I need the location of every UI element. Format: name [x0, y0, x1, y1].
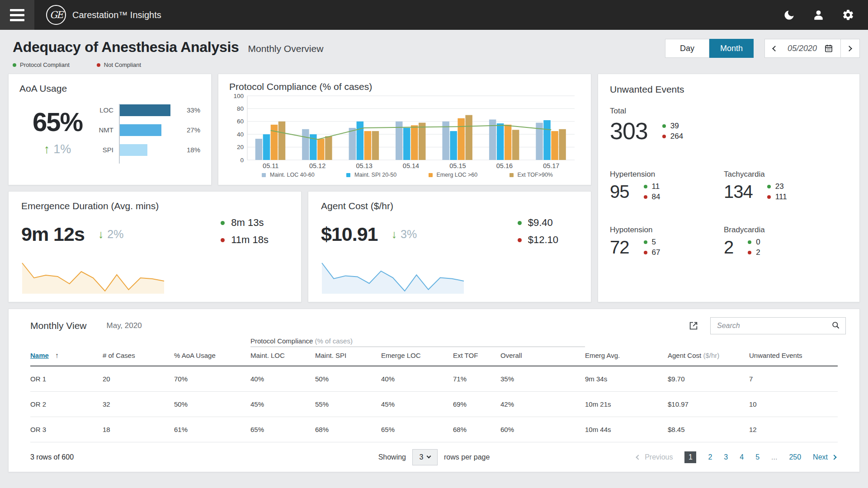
- column-header-overall[interactable]: Overall: [500, 347, 585, 366]
- search-icon[interactable]: [831, 321, 840, 331]
- emergence-value: 9m 12s: [21, 223, 85, 245]
- protocol-legend: Maint. LOC 40-60Maint. SPI 20-50Emerg LO…: [262, 172, 553, 178]
- agent-cost-value: $10.91: [321, 223, 378, 245]
- calendar-icon[interactable]: [824, 44, 840, 53]
- chart-legend-label: Maint. LOC 40-60: [270, 172, 315, 178]
- table-cell: 65%: [381, 417, 453, 442]
- chart-legend-label: Maint. SPI 20-50: [354, 172, 396, 178]
- unwanted-events-title: Unwanted Events: [610, 84, 848, 95]
- column-header-maint-spi[interactable]: Maint. SPI: [315, 347, 381, 366]
- compliant-dot-icon: [662, 124, 666, 128]
- column-header--of-cases[interactable]: # of Cases: [103, 347, 174, 366]
- next-page-button[interactable]: Next: [813, 453, 838, 461]
- metric-breakdown: 264: [662, 132, 683, 141]
- compliant-dot-icon: [518, 221, 522, 225]
- unwanted-metric: Total30339264: [610, 107, 848, 145]
- aoa-bar: [120, 104, 175, 116]
- column-header-maint-loc[interactable]: Maint. LOC: [250, 347, 315, 366]
- user-profile-icon[interactable]: [812, 9, 825, 21]
- table-row: OR 31861%65%68%65%68%60%10m 44s$8.4512: [30, 417, 838, 442]
- column-header-emerg-avg-[interactable]: Emerg Avg.: [585, 347, 668, 366]
- pagination-page-4[interactable]: 4: [740, 453, 744, 461]
- chart-legend-label: Ext TOF>90%: [518, 172, 553, 178]
- delta-up-arrow-icon: ↑: [44, 142, 50, 156]
- dashboard: AoA Usage 65% ↑1% LOCNMTSPI 33%27%18%: [0, 74, 868, 302]
- metric-value: 134: [724, 182, 753, 202]
- table-cell: 10: [749, 391, 838, 417]
- aoa-bar: [120, 124, 175, 136]
- chevron-down-icon: [427, 454, 431, 459]
- metric-breakdown: 111: [767, 192, 787, 202]
- breakdown-value: 5: [652, 238, 656, 247]
- protocol-compliance-card: Protocol Compliance (% of cases) 0204060…: [218, 74, 591, 185]
- aoa-bar-label: LOC: [95, 104, 119, 116]
- monthly-view-subtitle: May, 2020: [107, 321, 142, 330]
- chart-legend-label: Emerg LOC >60: [437, 172, 478, 178]
- table-cell: 50%: [315, 366, 381, 392]
- non-compliant-dot-icon: [767, 195, 771, 199]
- column-header-emerge-loc[interactable]: Emerge LOC: [381, 347, 453, 366]
- pagination-page-3[interactable]: 3: [724, 453, 728, 461]
- aoa-bar-chart: LOCNMTSPI 33%27%18%: [95, 99, 200, 164]
- column-header-unwanted-events[interactable]: Unwanted Events: [749, 347, 838, 366]
- pagination-page-1[interactable]: 1: [684, 451, 696, 463]
- toggle-month-button[interactable]: Month: [709, 39, 754, 58]
- aoa-labels-col: LOCNMTSPI: [95, 104, 119, 164]
- metric-label: Hypertension: [610, 170, 724, 179]
- column-header-agent-cost[interactable]: Agent Cost ($/hr): [668, 347, 749, 366]
- non-compliant-dot-icon: [748, 251, 751, 254]
- settings-gear-icon[interactable]: [842, 9, 854, 21]
- delta-down-arrow-icon: ↓: [392, 228, 397, 240]
- row-name: OR 1: [30, 366, 103, 392]
- breakdown-value: 67: [652, 248, 660, 257]
- protocol-compliance-group-header: Protocol Compliance (% of cases): [250, 337, 585, 347]
- svg-text:05.15: 05.15: [449, 162, 466, 169]
- metric-breakdown: 23: [767, 182, 787, 191]
- hamburger-menu-icon[interactable]: [0, 0, 34, 30]
- dark-mode-moon-icon[interactable]: [783, 9, 795, 21]
- search-input[interactable]: [716, 321, 831, 330]
- agent-cost-card-title: Agent Cost ($/hr): [321, 201, 578, 211]
- pagination-page-250[interactable]: 250: [789, 453, 801, 461]
- pagination-page-5[interactable]: 5: [755, 453, 760, 461]
- monthly-view-card: Monthly View May, 2020 Protocol Complian…: [8, 309, 860, 472]
- unwanted-metric: Tachycardia13423111: [724, 170, 848, 203]
- row-name: OR 2: [30, 391, 103, 417]
- metric-value: 95: [610, 182, 629, 202]
- chart-legend-item: Ext TOF>90%: [509, 172, 553, 178]
- export-icon[interactable]: [689, 321, 698, 331]
- legend-swatch-icon: [346, 173, 350, 177]
- metric-breakdown: 11: [644, 182, 660, 191]
- delta-down-arrow-icon: ↓: [98, 228, 104, 240]
- column-header-ext-tof[interactable]: Ext TOF: [453, 347, 500, 366]
- agent-cost-delta: ↓3%: [392, 228, 417, 241]
- metric-label: Total: [610, 107, 848, 116]
- metric-breakdown: 39: [662, 122, 683, 131]
- aoa-bar-value: 18%: [187, 144, 200, 156]
- date-value[interactable]: 05/2020: [784, 44, 824, 53]
- page-header: Adequacy of Anesthesia Analysis Monthly …: [0, 30, 868, 58]
- emergence-delta: ↓2%: [98, 228, 124, 241]
- previous-month-chevron-icon[interactable]: [765, 39, 784, 57]
- non-compliant-dot-icon: [662, 135, 666, 138]
- breakdown-value: 11: [652, 182, 660, 191]
- protocol-chart-svg: 02040608010005.1105.1205.1305.1405.1505.…: [229, 93, 580, 171]
- toggle-day-button[interactable]: Day: [665, 39, 709, 58]
- next-month-chevron-icon[interactable]: [840, 39, 859, 57]
- aoa-bar-label: SPI: [95, 144, 119, 156]
- emergence-duration-card: Emergence Duration (Avg. mins) 9m 12s ↓2…: [8, 191, 302, 302]
- aoa-delta: ↑1%: [19, 142, 95, 156]
- legend-item: Protocol Compliant: [13, 61, 70, 68]
- rows-per-page-select[interactable]: 3: [412, 449, 438, 465]
- pagination-page-2[interactable]: 2: [708, 453, 712, 461]
- previous-page-button[interactable]: Previous: [635, 453, 673, 461]
- breakdown-value: 111: [775, 192, 787, 202]
- column-header-name[interactable]: Name↑: [30, 347, 103, 366]
- unwanted-metrics-grid: Hypertension951184Tachycardia13423111Hyp…: [610, 170, 848, 258]
- column-header--aoa-usage[interactable]: % AoA Usage: [174, 347, 250, 366]
- chevron-left-icon: [636, 455, 641, 460]
- table-cell: 32: [103, 391, 174, 417]
- sort-asc-icon: ↑: [55, 352, 59, 359]
- legend-swatch-icon: [429, 173, 433, 177]
- emergence-sparkline: [20, 261, 166, 295]
